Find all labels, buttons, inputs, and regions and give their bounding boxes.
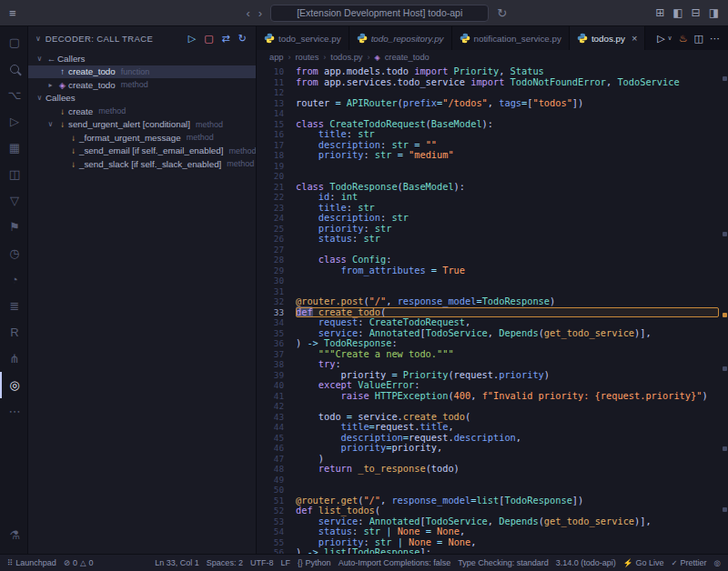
timeline-icon[interactable]: ◷ [0,240,27,266]
indentation-item[interactable]: Spaces: 2 [207,558,243,567]
sidebar-actions: ▷▢⇄↻ [188,33,247,45]
tree-item-kind: method [228,146,256,155]
decoder-call-trace-icon[interactable]: ◎ [0,372,27,398]
test-flask-icon[interactable]: ⚗ [0,522,27,548]
code-text: status: str [296,234,719,245]
call-tree-item[interactable]: ∨←Callers [28,52,256,65]
method-symbol-icon: ◈ [56,80,68,90]
search-icon[interactable] [0,55,27,82]
auto-import-item[interactable]: Auto-Import Completions: false [339,558,451,567]
code-line[interactable]: 18 priority: str = "medium" [257,150,728,161]
command-center-search[interactable]: [Extension Development Host] todo-api [270,5,489,22]
overview-ruler[interactable] [722,66,727,554]
call-tree-item[interactable]: ↓_send_email [if self._email_enabled]met… [28,145,256,158]
line-number: 51 [257,496,296,506]
call-tree-item[interactable]: ↓_format_urgent_messagemethod [28,131,256,145]
line-number: 29 [257,265,296,276]
extensions-icon[interactable]: ▦ [0,135,27,161]
language-mode-item[interactable]: {}Python [298,558,331,567]
source-control-icon[interactable]: ⌥ [0,82,27,108]
editor-tab[interactable]: notification_service.py [452,26,570,50]
line-number: 18 [257,150,296,161]
split-editor-icon[interactable]: ◫ [694,33,703,45]
breadcrumb-item[interactable]: routes [296,53,319,62]
chevron-icon[interactable]: ∨ [34,55,46,63]
call-tree-item[interactable]: ∨Callees [28,92,256,105]
r-lang-icon[interactable]: R [0,319,27,346]
back-icon[interactable]: ‹ [247,7,250,19]
editor-tab[interactable]: todo_service.py [257,26,349,50]
explorer-icon[interactable]: ▢ [0,29,27,55]
code-line[interactable]: 56) -> list[TodoResponse]: [257,547,728,554]
chevron-icon[interactable]: ∨ [45,120,56,128]
run-python-file-icon[interactable]: ▷ [657,33,664,45]
line-number: 21 [257,182,296,193]
chevron-icon[interactable]: ▸ [45,81,56,89]
forward-icon[interactable]: › [258,7,262,19]
call-tree-item[interactable]: ↓_send_slack [if self._slack_enabled]met… [28,157,256,171]
chevron-icon[interactable]: ∨ [34,94,46,102]
type-checking-item[interactable]: Type Checking: standard [458,558,549,567]
code-line[interactable]: 19 [257,161,728,172]
editor-tab[interactable]: todos.py× [570,26,645,50]
call-tree-item[interactable]: ↑create_todofunction [28,65,256,79]
breadcrumb-item[interactable]: todos.py [330,53,362,62]
cursor-position-item[interactable]: Ln 33, Col 1 [155,558,199,567]
more-views-icon[interactable]: ⋯ [0,398,27,425]
testing-icon[interactable]: ▽ [0,187,27,214]
code-line[interactable]: 11from app.services.todo_service import … [257,77,728,88]
menu-icon[interactable]: ≡ [0,6,25,20]
ruler-mark [723,507,727,512]
sync-icon[interactable]: ↻ [497,7,507,19]
database-icon[interactable]: ≣ [0,293,27,319]
code-editor[interactable]: 10from app.models.todo import Priority, … [257,65,728,554]
prettier-item[interactable]: ✓Prettier [671,558,706,567]
more-actions-icon[interactable]: ⋯ [710,33,720,45]
chevron-down-icon[interactable]: ∨ [35,35,41,43]
toggle-secondary-sidebar-icon[interactable]: ◨ [709,6,719,19]
close-icon[interactable]: × [632,34,637,44]
code-line[interactable]: 46 priority=priority, [257,443,728,454]
problems-item[interactable]: ⊘0△0 [64,558,94,567]
call-tree-item[interactable]: ∨↓send_urgent_alert [conditional]method [28,118,256,132]
breadcrumb-item[interactable]: app [269,53,284,62]
remote-explorer-icon[interactable]: ◫ [0,161,27,187]
editor-tab[interactable]: todo_repository.py [349,26,452,50]
code-line[interactable]: 49 [257,475,728,486]
bookmarks-icon[interactable]: ⚑ [0,214,27,240]
call-tree-item[interactable]: ↓createmethod [28,105,256,118]
line-number: 17 [257,140,296,151]
python-interpreter-item[interactable]: 3.14.0 (todo-api) [556,558,616,567]
run-debug-icon[interactable]: ▷ [0,108,27,135]
toggle-panel-icon[interactable]: ⊟ [692,6,701,19]
eol-item[interactable]: LF [280,558,290,567]
language-mode-item-label: Python [306,558,331,567]
tree-item-kind: method [196,120,223,129]
stop-icon[interactable]: ▢ [204,33,213,45]
refresh-icon[interactable]: ↻ [238,33,247,45]
tree-item-label: Callees [46,93,76,103]
pipeline-icon[interactable]: ⋔ [0,346,27,372]
notifications-item[interactable]: ◎ [714,559,721,567]
code-line[interactable]: 48 return _to_response(todo) [257,464,728,475]
line-number: 26 [257,234,296,245]
flame-icon[interactable]: ♨ [679,33,688,45]
call-tree-item[interactable]: ▸◈create_todomethod [28,78,256,92]
launchpad-item[interactable]: ⠿Launchpad [7,558,56,567]
profiler-icon[interactable]: ◔ [0,266,27,293]
editor-tabs: todo_service.pytodo_repository.pynotific… [257,26,645,50]
play-icon[interactable]: ▷ [188,33,196,45]
code-line[interactable]: 30 [257,275,728,286]
breadcrumb-item[interactable]: create_todo [385,53,430,62]
chevron-down-icon[interactable]: ∨ [668,35,672,42]
code-line[interactable]: 13router = APIRouter(prefix="/todos", ta… [257,98,728,109]
code-line[interactable]: 29 from_attributes = True [257,265,728,276]
activity-bar: ▢⌥▷▦◫▽⚑◷◔≣R⋔◎⋯⚗ [0,26,28,554]
code-line[interactable]: 41 raise HTTPException(400, f"Invalid pr… [257,391,728,402]
code-line[interactable]: 26 status: str [257,234,728,245]
customize-layout-icon[interactable]: ⊞ [655,6,664,19]
go-live-item[interactable]: ⚡Go Live [623,558,664,567]
encoding-item[interactable]: UTF-8 [250,558,274,567]
swap-icon[interactable]: ⇄ [222,33,230,45]
toggle-primary-sidebar-icon[interactable]: ◧ [672,6,682,19]
